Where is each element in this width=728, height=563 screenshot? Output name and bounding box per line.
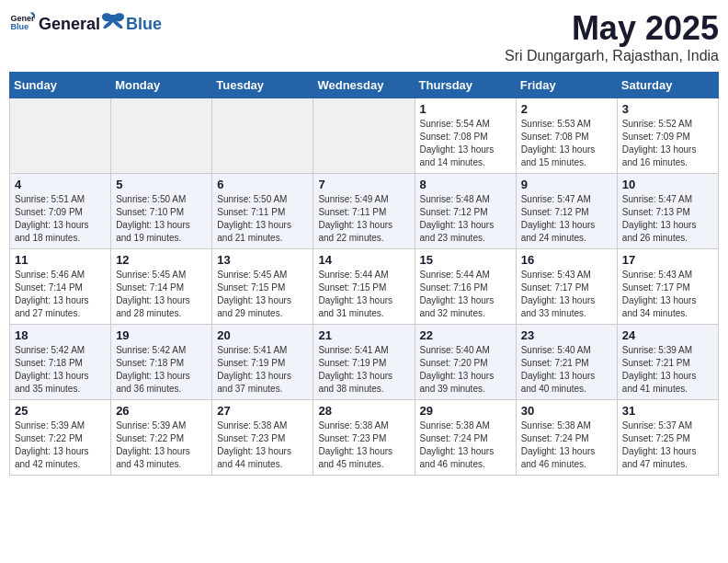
- day-info: Sunrise: 5:38 AM Sunset: 7:23 PM Dayligh…: [217, 419, 308, 471]
- day-number: 19: [116, 328, 207, 342]
- day-info: Sunrise: 5:48 AM Sunset: 7:12 PM Dayligh…: [420, 193, 511, 245]
- svg-text:General: General: [10, 14, 35, 23]
- calendar-cell: 17Sunrise: 5:43 AM Sunset: 7:17 PM Dayli…: [617, 249, 718, 325]
- calendar-cell: 19Sunrise: 5:42 AM Sunset: 7:18 PM Dayli…: [111, 325, 212, 400]
- day-info: Sunrise: 5:45 AM Sunset: 7:15 PM Dayligh…: [217, 269, 308, 320]
- weekday-header-row: SundayMondayTuesdayWednesdayThursdayFrid…: [10, 73, 719, 98]
- day-info: Sunrise: 5:39 AM Sunset: 7:22 PM Dayligh…: [15, 419, 106, 471]
- week-row-5: 25Sunrise: 5:39 AM Sunset: 7:22 PM Dayli…: [10, 400, 719, 476]
- day-number: 13: [217, 253, 308, 267]
- calendar-cell: 25Sunrise: 5:39 AM Sunset: 7:22 PM Dayli…: [10, 400, 111, 476]
- calendar-cell: 20Sunrise: 5:41 AM Sunset: 7:19 PM Dayli…: [212, 325, 313, 400]
- day-number: 29: [420, 404, 511, 418]
- day-info: Sunrise: 5:52 AM Sunset: 7:09 PM Dayligh…: [622, 118, 713, 169]
- calendar-cell: 26Sunrise: 5:39 AM Sunset: 7:22 PM Dayli…: [111, 400, 212, 476]
- calendar-cell: 24Sunrise: 5:39 AM Sunset: 7:21 PM Dayli…: [617, 325, 718, 400]
- weekday-header-tuesday: Tuesday: [212, 73, 313, 98]
- calendar-cell: 7Sunrise: 5:49 AM Sunset: 7:11 PM Daylig…: [313, 174, 415, 249]
- day-number: 31: [622, 404, 713, 418]
- calendar-cell: [313, 98, 415, 174]
- calendar-cell: 4Sunrise: 5:51 AM Sunset: 7:09 PM Daylig…: [10, 174, 111, 249]
- day-info: Sunrise: 5:46 AM Sunset: 7:14 PM Dayligh…: [15, 269, 106, 320]
- day-number: 17: [622, 253, 713, 267]
- day-number: 10: [622, 178, 713, 191]
- calendar-cell: 31Sunrise: 5:37 AM Sunset: 7:25 PM Dayli…: [617, 400, 718, 476]
- day-number: 16: [521, 253, 612, 267]
- calendar-cell: 12Sunrise: 5:45 AM Sunset: 7:14 PM Dayli…: [111, 249, 212, 325]
- month-title: May 2025: [505, 9, 719, 48]
- calendar-cell: 30Sunrise: 5:38 AM Sunset: 7:24 PM Dayli…: [516, 400, 617, 476]
- calendar-cell: 15Sunrise: 5:44 AM Sunset: 7:16 PM Dayli…: [415, 249, 516, 325]
- weekday-header-monday: Monday: [111, 73, 212, 98]
- day-info: Sunrise: 5:49 AM Sunset: 7:11 PM Dayligh…: [318, 193, 409, 245]
- day-number: 5: [116, 178, 207, 191]
- week-row-4: 18Sunrise: 5:42 AM Sunset: 7:18 PM Dayli…: [10, 325, 719, 400]
- calendar-cell: 28Sunrise: 5:38 AM Sunset: 7:23 PM Dayli…: [313, 400, 415, 476]
- day-info: Sunrise: 5:47 AM Sunset: 7:12 PM Dayligh…: [521, 193, 612, 245]
- weekday-header-saturday: Saturday: [617, 73, 718, 98]
- day-number: 2: [521, 102, 612, 116]
- day-info: Sunrise: 5:51 AM Sunset: 7:09 PM Dayligh…: [15, 193, 106, 245]
- day-number: 1: [420, 102, 511, 116]
- calendar-cell: 6Sunrise: 5:50 AM Sunset: 7:11 PM Daylig…: [212, 174, 313, 249]
- logo-blue: Blue: [126, 15, 162, 34]
- day-number: 20: [217, 328, 308, 342]
- location-title: Sri Dungargarh, Rajasthan, India: [505, 48, 719, 64]
- svg-text:Blue: Blue: [10, 22, 28, 31]
- day-info: Sunrise: 5:47 AM Sunset: 7:13 PM Dayligh…: [622, 193, 713, 245]
- day-info: Sunrise: 5:40 AM Sunset: 7:21 PM Dayligh…: [521, 344, 612, 396]
- calendar-cell: 16Sunrise: 5:43 AM Sunset: 7:17 PM Dayli…: [516, 249, 617, 325]
- day-number: 4: [15, 178, 106, 191]
- day-number: 14: [318, 253, 409, 267]
- day-info: Sunrise: 5:42 AM Sunset: 7:18 PM Dayligh…: [15, 344, 106, 396]
- day-info: Sunrise: 5:39 AM Sunset: 7:21 PM Dayligh…: [622, 344, 713, 396]
- day-number: 15: [420, 253, 511, 267]
- logo: General Blue General Blue: [9, 9, 162, 35]
- day-info: Sunrise: 5:41 AM Sunset: 7:19 PM Dayligh…: [217, 344, 308, 396]
- week-row-1: 1Sunrise: 5:54 AM Sunset: 7:08 PM Daylig…: [10, 98, 719, 174]
- header: General Blue General Blue May 2025 Sri D…: [9, 9, 719, 64]
- calendar-cell: [10, 98, 111, 174]
- week-row-3: 11Sunrise: 5:46 AM Sunset: 7:14 PM Dayli…: [10, 249, 719, 325]
- calendar-cell: 13Sunrise: 5:45 AM Sunset: 7:15 PM Dayli…: [212, 249, 313, 325]
- day-number: 12: [116, 253, 207, 267]
- calendar-cell: 5Sunrise: 5:50 AM Sunset: 7:10 PM Daylig…: [111, 174, 212, 249]
- day-info: Sunrise: 5:40 AM Sunset: 7:20 PM Dayligh…: [420, 344, 511, 396]
- day-number: 6: [217, 178, 308, 191]
- calendar-cell: 9Sunrise: 5:47 AM Sunset: 7:12 PM Daylig…: [516, 174, 617, 249]
- calendar-cell: 18Sunrise: 5:42 AM Sunset: 7:18 PM Dayli…: [10, 325, 111, 400]
- day-number: 30: [521, 404, 612, 418]
- calendar-cell: 23Sunrise: 5:40 AM Sunset: 7:21 PM Dayli…: [516, 325, 617, 400]
- day-info: Sunrise: 5:42 AM Sunset: 7:18 PM Dayligh…: [116, 344, 207, 396]
- logo-icon: General Blue: [9, 9, 35, 35]
- day-number: 27: [217, 404, 308, 418]
- day-number: 23: [521, 328, 612, 342]
- day-info: Sunrise: 5:53 AM Sunset: 7:08 PM Dayligh…: [521, 118, 612, 169]
- day-info: Sunrise: 5:45 AM Sunset: 7:14 PM Dayligh…: [116, 269, 207, 320]
- day-info: Sunrise: 5:44 AM Sunset: 7:16 PM Dayligh…: [420, 269, 511, 320]
- calendar-cell: 11Sunrise: 5:46 AM Sunset: 7:14 PM Dayli…: [10, 249, 111, 325]
- day-number: 25: [15, 404, 106, 418]
- day-number: 21: [318, 328, 409, 342]
- calendar-cell: 21Sunrise: 5:41 AM Sunset: 7:19 PM Dayli…: [313, 325, 415, 400]
- calendar-table: SundayMondayTuesdayWednesdayThursdayFrid…: [9, 72, 719, 476]
- day-number: 8: [420, 178, 511, 191]
- day-number: 9: [521, 178, 612, 191]
- calendar-cell: 29Sunrise: 5:38 AM Sunset: 7:24 PM Dayli…: [415, 400, 516, 476]
- calendar-cell: 27Sunrise: 5:38 AM Sunset: 7:23 PM Dayli…: [212, 400, 313, 476]
- calendar-cell: 3Sunrise: 5:52 AM Sunset: 7:09 PM Daylig…: [617, 98, 718, 174]
- day-info: Sunrise: 5:41 AM Sunset: 7:19 PM Dayligh…: [318, 344, 409, 396]
- day-info: Sunrise: 5:38 AM Sunset: 7:23 PM Dayligh…: [318, 419, 409, 471]
- day-info: Sunrise: 5:38 AM Sunset: 7:24 PM Dayligh…: [521, 419, 612, 471]
- week-row-2: 4Sunrise: 5:51 AM Sunset: 7:09 PM Daylig…: [10, 174, 719, 249]
- calendar-cell: 14Sunrise: 5:44 AM Sunset: 7:15 PM Dayli…: [313, 249, 415, 325]
- day-number: 24: [622, 328, 713, 342]
- day-number: 28: [318, 404, 409, 418]
- day-info: Sunrise: 5:37 AM Sunset: 7:25 PM Dayligh…: [622, 419, 713, 471]
- weekday-header-sunday: Sunday: [10, 73, 111, 98]
- calendar-cell: 8Sunrise: 5:48 AM Sunset: 7:12 PM Daylig…: [415, 174, 516, 249]
- weekday-header-wednesday: Wednesday: [313, 73, 415, 98]
- day-number: 22: [420, 328, 511, 342]
- day-info: Sunrise: 5:54 AM Sunset: 7:08 PM Dayligh…: [420, 118, 511, 169]
- calendar-cell: 10Sunrise: 5:47 AM Sunset: 7:13 PM Dayli…: [617, 174, 718, 249]
